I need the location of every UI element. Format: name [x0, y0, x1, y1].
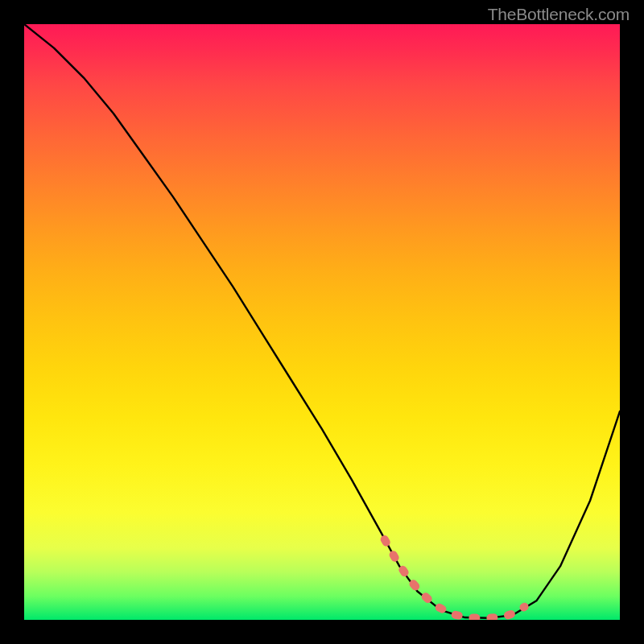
watermark-text: TheBottleneck.com	[488, 5, 630, 24]
plot-area	[24, 24, 620, 620]
bottleneck-curve	[24, 24, 620, 618]
accent-highlight	[385, 539, 525, 618]
curve-overlay	[24, 24, 620, 620]
